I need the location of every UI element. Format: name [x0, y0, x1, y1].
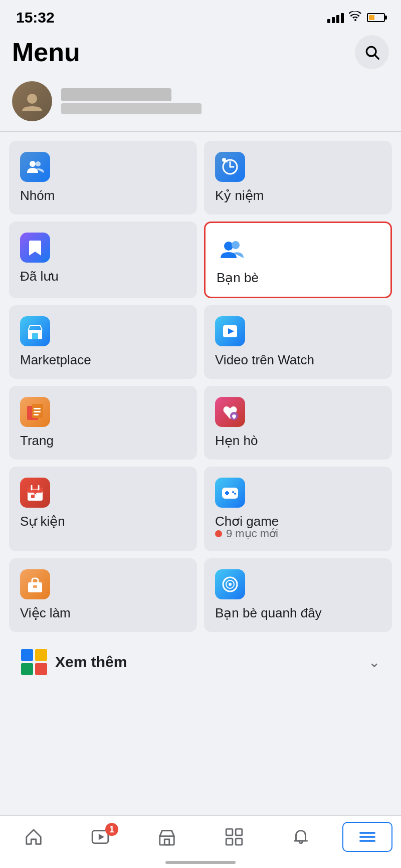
status-bar: 15:32	[0, 0, 401, 30]
choi-game-label: Chơi game	[215, 514, 279, 529]
svg-rect-11	[32, 333, 38, 339]
status-time: 15:32	[16, 9, 55, 26]
watch-icon	[215, 316, 245, 346]
menu-item-hen-ho[interactable]: Hẹn hò	[204, 386, 392, 460]
svg-text:★: ★	[33, 491, 38, 496]
watch-badge: 1	[105, 823, 118, 836]
wifi-icon	[349, 11, 362, 24]
svg-point-30	[234, 493, 236, 495]
see-more-left: Xem thêm	[21, 649, 127, 675]
menu-item-video-watch[interactable]: Video trên Watch	[204, 305, 392, 379]
nav-item-watch[interactable]: 1	[75, 822, 125, 852]
search-button[interactable]	[355, 35, 389, 69]
svg-rect-40	[165, 839, 170, 845]
nhom-label: Nhóm	[20, 188, 186, 203]
home-icon	[24, 827, 43, 846]
svg-rect-41	[226, 829, 233, 835]
page-title: Menu	[12, 37, 80, 67]
jobs-icon	[20, 569, 50, 599]
avatar	[12, 81, 52, 121]
dating-icon	[215, 397, 245, 427]
profile-subtext	[61, 103, 202, 114]
video-watch-label: Video trên Watch	[215, 352, 381, 368]
svg-point-2	[27, 94, 37, 104]
menu-item-viec-lam[interactable]: Việc làm	[9, 558, 197, 632]
see-more-row[interactable]: Xem thêm ⌄	[9, 641, 392, 683]
ban-be-quanh-day-label: Bạn bè quanh đây	[215, 605, 381, 621]
nav-item-notifications[interactable]	[276, 822, 326, 852]
svg-point-4	[36, 161, 41, 166]
pages-icon	[20, 397, 50, 427]
battery-icon	[367, 13, 385, 22]
svg-point-35	[229, 583, 232, 586]
events-icon: ★	[20, 478, 50, 508]
su-kien-label: Sự kiện	[20, 514, 186, 529]
svg-point-3	[30, 161, 36, 167]
groups-nav-icon	[225, 827, 244, 846]
menu-item-ky-niem[interactable]: Kỷ niệm	[204, 141, 392, 214]
ban-be-label: Bạn bè	[217, 270, 379, 286]
svg-marker-37	[99, 834, 104, 840]
search-icon	[364, 44, 380, 60]
svg-point-29	[232, 491, 234, 493]
bottom-nav: 1	[0, 815, 401, 868]
badge-text: 9 mục mới	[226, 527, 278, 540]
svg-line-1	[375, 55, 378, 59]
svg-rect-42	[236, 829, 242, 835]
game-badge: 9 mục mới	[215, 527, 381, 540]
svg-point-6	[222, 158, 226, 162]
status-icons	[327, 11, 385, 24]
menu-item-ban-be-quanh-day[interactable]: Bạn bè quanh đây	[204, 558, 392, 632]
bell-icon	[291, 827, 310, 846]
menu-item-nhom[interactable]: Nhóm	[9, 141, 197, 214]
svg-rect-16	[34, 408, 41, 409]
header: Menu	[0, 30, 401, 77]
menu-item-trang[interactable]: Trang	[9, 386, 197, 460]
menu-item-da-luu[interactable]: Đã lưu	[9, 222, 197, 298]
badge-dot	[215, 530, 222, 537]
nav-item-home[interactable]	[9, 822, 59, 852]
marketplace-icon	[20, 316, 50, 346]
nearby-icon	[215, 569, 245, 599]
home-indicator	[165, 861, 236, 864]
da-luu-label: Đã lưu	[20, 269, 186, 284]
trang-label: Trang	[20, 433, 186, 449]
nav-item-groups[interactable]	[209, 822, 259, 852]
signal-icon	[327, 12, 344, 23]
nav-item-marketplace[interactable]	[142, 822, 192, 852]
profile-name	[61, 88, 171, 101]
svg-rect-32	[33, 585, 37, 588]
svg-rect-17	[34, 411, 41, 412]
menu-grid: Nhóm Kỷ niệm Đã lưu	[0, 132, 401, 641]
marketplace-label: Marketplace	[20, 352, 186, 368]
menu-item-marketplace[interactable]: Marketplace	[9, 305, 197, 379]
menu-item-su-kien[interactable]: ★ Sự kiện	[9, 467, 197, 551]
memories-icon	[215, 152, 245, 182]
svg-rect-18	[34, 414, 39, 415]
nav-item-menu[interactable]	[342, 822, 392, 852]
profile-row[interactable]	[0, 77, 401, 131]
chevron-down-icon: ⌄	[368, 654, 380, 671]
hen-ho-label: Hẹn hò	[215, 433, 381, 449]
ky-niem-label: Kỷ niệm	[215, 188, 381, 203]
saved-icon	[20, 233, 50, 263]
svg-rect-43	[226, 838, 233, 845]
viec-lam-label: Việc làm	[20, 605, 186, 621]
svg-point-8	[232, 241, 240, 249]
profile-info	[61, 88, 202, 114]
groups-icon	[20, 152, 50, 182]
svg-rect-38	[160, 836, 174, 844]
see-more-label: Xem thêm	[55, 654, 127, 671]
store-icon	[157, 827, 176, 846]
menu-icon	[358, 827, 377, 846]
svg-rect-44	[236, 838, 242, 845]
see-more-icon	[21, 649, 47, 675]
menu-item-choi-game[interactable]: Chơi game 9 mục mới	[204, 467, 392, 551]
friends-icon	[217, 234, 247, 264]
gaming-icon	[215, 478, 245, 508]
menu-item-ban-be[interactable]: Bạn bè	[204, 222, 392, 298]
svg-rect-28	[226, 491, 228, 495]
